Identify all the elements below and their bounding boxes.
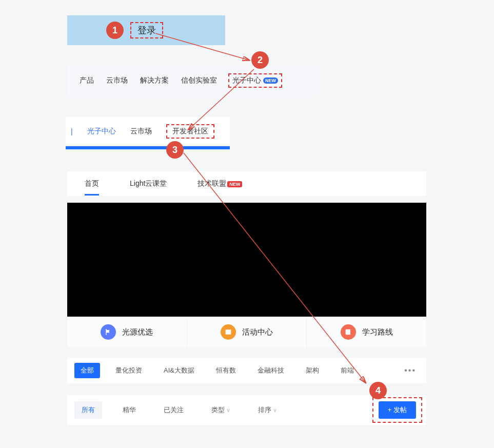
new-badge-icon: NEW [263,77,278,84]
calendar-icon [221,324,236,340]
sub-nav: | 光子中心 云市场 开发者社区 [66,117,230,146]
nav-product[interactable]: 产品 [78,74,95,87]
filter-ai[interactable]: AI&大数据 [157,363,201,378]
subnav-photon[interactable]: 光子中心 [87,127,116,136]
login-button[interactable]: 登录 [130,22,163,38]
post-button-highlight: + 发帖 [372,397,422,423]
filter-all[interactable]: 全部 [74,363,100,378]
tab-tech-alliance[interactable]: 技术联盟NEW [197,173,242,194]
post-filters: 所有 精华 已关注 类型 排序 + 发帖 [67,395,426,425]
subnav-market[interactable]: 云市场 [130,127,152,136]
nav-solutions[interactable]: 解决方案 [139,74,170,87]
new-post-button[interactable]: + 发帖 [379,401,416,419]
nav-photon-label: 光子中心 [232,76,261,85]
login-banner: 登录 [67,15,225,45]
quicklink-learning-label: 学习路线 [362,327,393,337]
category-filters: 全部 量化投资 AI&大数据 恒有数 金融科技 架构 前端 ••• [67,358,426,383]
step-badge-1: 1 [106,22,124,39]
tab-cloud-classroom[interactable]: Light云课堂 [130,173,167,194]
book-icon [341,324,356,340]
quicklink-activity[interactable]: 活动中心 [187,317,307,347]
step-badge-2: 2 [251,51,269,69]
nav-market[interactable]: 云市场 [105,74,129,87]
main-nav: 产品 云市场 解决方案 信创实验室 光子中心 NEW [67,66,313,95]
step-badge-4: 4 [369,382,387,399]
community-tabs: 首页 Light云课堂 技术联盟NEW [67,171,426,196]
quick-links: 光源优选 活动中心 学习路线 [67,317,426,347]
quicklink-learning[interactable]: 学习路线 [307,317,426,347]
filter2-sort-dropdown[interactable]: 排序 [251,401,284,419]
more-icon[interactable]: ••• [404,366,416,375]
filter-arch[interactable]: 架构 [300,363,325,378]
tab-home[interactable]: 首页 [85,173,99,194]
filter2-type-dropdown[interactable]: 类型 [204,401,238,419]
filter-hys[interactable]: 恒有数 [210,363,242,378]
new-badge-red-icon: NEW [227,181,242,187]
filter2-all[interactable]: 所有 [74,401,102,419]
filter2-followed[interactable]: 已关注 [156,401,191,419]
quicklink-lightsource[interactable]: 光源优选 [67,317,187,347]
tab-alliance-label: 技术联盟 [197,179,226,187]
step-badge-3: 3 [166,141,184,159]
flag-icon [101,324,116,340]
quicklink-activity-label: 活动中心 [242,327,273,337]
quicklink-lightsource-label: 光源优选 [122,327,153,337]
filter-frontend[interactable]: 前端 [334,363,360,378]
nav-separator-icon: | [71,127,73,135]
subnav-dev-community[interactable]: 开发者社区 [166,124,214,139]
filter2-essence[interactable]: 精华 [115,401,143,419]
filter-quant[interactable]: 量化投资 [109,363,148,378]
nav-photon-center[interactable]: 光子中心 NEW [228,73,282,88]
nav-xinchuang[interactable]: 信创实验室 [180,74,218,87]
filter-fintech[interactable]: 金融科技 [251,363,290,378]
hero-banner [67,203,426,317]
subnav-underline [66,146,230,149]
